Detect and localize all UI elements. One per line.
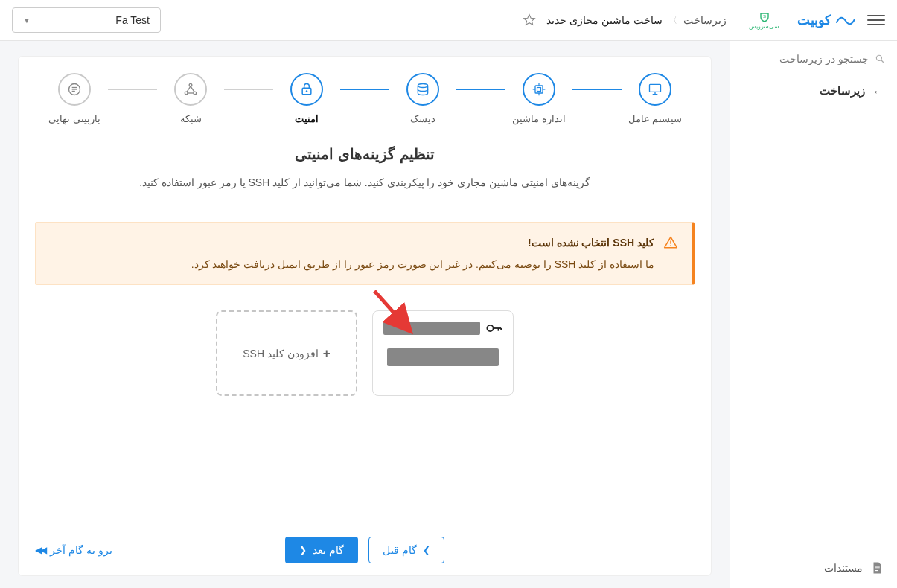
sidebar: ← زیرساخت مستندات	[730, 41, 897, 588]
svg-point-20	[194, 92, 197, 95]
disk-icon	[415, 82, 430, 97]
sidebar-item-label: مستندات	[824, 562, 863, 574]
svg-rect-5	[875, 570, 878, 571]
ssh-warning-alert: کلید SSH انتخاب نشده است! ما استفاده از …	[35, 222, 695, 285]
svg-rect-9	[535, 86, 543, 93]
key-icon	[486, 322, 502, 334]
svg-line-22	[191, 86, 194, 92]
project-name: Fa Test	[115, 14, 150, 26]
cpu-icon	[532, 82, 546, 97]
svg-rect-3	[875, 567, 880, 568]
svg-text:S: S	[762, 14, 765, 19]
wave-icon	[836, 15, 855, 25]
svg-line-2	[881, 60, 884, 63]
step-security[interactable]: امنیت	[273, 73, 340, 124]
sidebar-item-docs[interactable]: مستندات	[730, 548, 897, 588]
svg-rect-6	[650, 84, 661, 92]
svg-point-29	[670, 245, 671, 246]
svg-point-1	[876, 55, 881, 60]
search-icon	[875, 53, 885, 65]
list-icon	[67, 82, 82, 97]
prev-step-button[interactable]: ❯ گام قبل	[368, 537, 444, 563]
ssh-key-name-placeholder	[383, 322, 480, 335]
sidebar-search[interactable]	[730, 45, 897, 72]
search-input[interactable]	[742, 53, 869, 65]
sidebar-item-infrastructure[interactable]: ← زیرساخت	[730, 72, 897, 109]
caret-down-icon: ▼	[23, 16, 31, 25]
monitor-icon	[648, 82, 663, 97]
svg-point-19	[185, 92, 188, 95]
step-review[interactable]: بازبینی نهایی	[41, 73, 108, 124]
svg-rect-4	[875, 569, 880, 569]
ssh-key-card[interactable]	[372, 310, 514, 396]
step-size[interactable]: اندازه ماشین	[505, 73, 572, 124]
arrow-left-icon: ←	[872, 85, 884, 98]
breadcrumb-root[interactable]: زیرساخت	[683, 14, 727, 26]
step-disk[interactable]: دیسک	[389, 73, 456, 124]
svg-point-30	[487, 325, 493, 331]
menu-toggle[interactable]	[867, 11, 885, 29]
chevron-right-icon: ❯	[423, 545, 430, 555]
add-key-label: افزودن کلید SSH	[243, 348, 319, 359]
double-chevron-left-icon: ◀◀	[35, 545, 45, 555]
network-icon	[183, 82, 198, 97]
lock-icon	[299, 82, 314, 97]
wizard-stepper: سیستم عامل اندازه ماشین دیسک امنیت	[35, 73, 695, 124]
add-ssh-key-button[interactable]: + افزودن کلید SSH	[216, 310, 357, 396]
sidebar-item-label: زیرساخت	[820, 84, 865, 98]
step-os[interactable]: سیستم عامل	[622, 73, 689, 124]
next-step-button[interactable]: گام بعد ❮	[285, 537, 358, 563]
brand-logo[interactable]: کوبیت	[797, 12, 855, 28]
svg-point-15	[418, 84, 427, 88]
svg-rect-10	[537, 88, 541, 92]
ssh-key-fingerprint-placeholder	[387, 348, 499, 366]
svg-point-18	[189, 83, 192, 86]
page-description: گزینه‌های امنیتی ماشین مجازی خود را پیکر…	[35, 173, 695, 192]
brand-name: کوبیت	[797, 12, 831, 28]
alert-body: ما استفاده از کلید SSH را توصیه می‌کنیم.…	[191, 255, 654, 275]
plus-icon: +	[323, 346, 331, 361]
brand-sub-logo: S سی‌سرویس	[749, 11, 779, 30]
alert-title: کلید SSH انتخاب نشده است!	[191, 233, 654, 253]
breadcrumb-current: ساخت ماشین مجازی جدید	[546, 14, 663, 26]
project-selector[interactable]: Fa Test ▼	[12, 7, 161, 33]
chevron-left-icon: ❮	[299, 545, 307, 555]
svg-point-17	[306, 90, 308, 92]
breadcrumb: زیرساخت 〉 ساخت ماشین مجازی جدید	[523, 13, 727, 27]
step-network[interactable]: شبکه	[157, 73, 224, 124]
warning-icon	[663, 235, 678, 250]
document-icon	[870, 561, 884, 575]
page-title: تنظیم گزینه‌های امنیتی	[35, 145, 695, 163]
go-to-last-step-link[interactable]: برو به گام آخر ◀◀	[35, 544, 112, 556]
star-icon[interactable]	[523, 13, 536, 27]
chevron-left-icon: 〉	[668, 14, 677, 27]
svg-line-21	[187, 86, 191, 92]
